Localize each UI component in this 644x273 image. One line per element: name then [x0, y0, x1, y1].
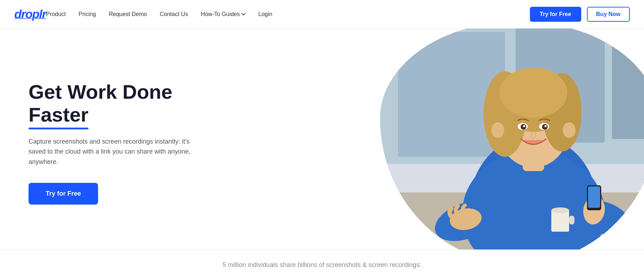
nav-how-to-guides[interactable]: How-To Guides [201, 11, 245, 17]
nav-product[interactable]: Product [46, 11, 66, 17]
svg-point-27 [563, 122, 576, 138]
hero-subtitle: Capture screenshots and screen recording… [29, 136, 200, 167]
svg-rect-13 [588, 186, 600, 208]
nav-buy-now-button[interactable]: Buy Now [587, 7, 630, 22]
nav-pricing[interactable]: Pricing [78, 11, 96, 17]
stats-text: 5 million individuals share billions of … [29, 261, 615, 269]
hero-try-free-button[interactable]: Try for Free [29, 183, 98, 205]
svg-rect-4 [612, 39, 644, 139]
svg-rect-31 [569, 216, 574, 225]
nav-request-demo[interactable]: Request Demo [109, 11, 147, 17]
nav-try-free-button[interactable]: Try for Free [530, 7, 581, 22]
nav-links: Product Pricing Request Demo Contact Us … [46, 11, 530, 17]
hero-illustration [380, 29, 644, 249]
svg-point-19 [500, 68, 567, 118]
chevron-down-icon [241, 12, 246, 16]
stats-bar: 5 million individuals share billions of … [0, 249, 644, 273]
logo[interactable]: droplr [14, 7, 46, 21]
nav-contact-us[interactable]: Contact Us [160, 11, 188, 17]
hero-title: Get Work Done Faster [29, 81, 235, 127]
hero-section: Get Work Done Faster Capture screenshots… [0, 29, 644, 249]
svg-point-25 [545, 125, 547, 127]
hero-content: Get Work Done Faster Capture screenshots… [29, 81, 235, 205]
svg-point-24 [523, 125, 525, 127]
nav-login[interactable]: Login [259, 11, 272, 17]
nav-actions: Try for Free Buy Now [530, 7, 630, 22]
svg-point-30 [551, 207, 569, 213]
navbar: droplr Product Pricing Request Demo Cont… [0, 0, 644, 29]
hero-blob [380, 29, 644, 249]
hero-image-area [290, 29, 644, 249]
svg-rect-29 [551, 210, 569, 232]
svg-point-26 [491, 122, 504, 138]
